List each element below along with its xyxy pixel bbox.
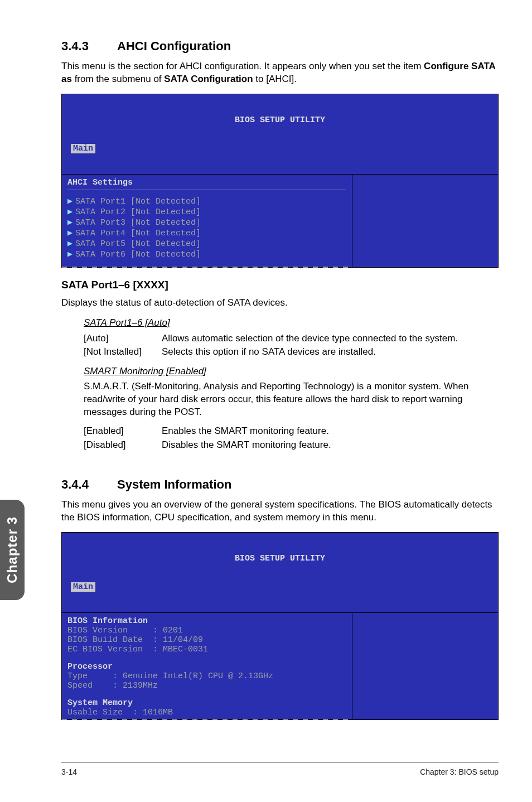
option-row: [Not Installed] Selects this option if n… [84, 345, 499, 359]
triangle-icon: ▶ [67, 228, 75, 238]
sata-heading: SATA Port1–6 [XXXX] [61, 279, 499, 291]
bios-line: EC BIOS Version : MBEC-0031 [67, 645, 346, 654]
section-title: AHCI Configuration [117, 39, 231, 53]
chapter-side-tab-label: Chapter 3 [4, 516, 20, 583]
section-3-4-4-intro: This menu gives you an overview of the g… [61, 499, 499, 524]
footer-page-number: 3-14 [61, 767, 77, 776]
bios-line: ▶SATA Port2 [Not Detected] [67, 206, 346, 217]
section-number: 3.4.3 [61, 39, 117, 54]
bios-group-heading: Processor [67, 662, 346, 671]
bios-title: BIOS SETUP UTILITY [65, 115, 495, 125]
bios-line: ▶SATA Port4 [Not Detected] [67, 228, 346, 238]
triangle-icon: ▶ [67, 217, 75, 228]
bios-group-heading: BIOS Information [67, 616, 346, 626]
option-value: Disables the SMART monitoring feature. [162, 438, 499, 452]
section-3-4-3-heading: 3.4.3AHCI Configuration [61, 39, 499, 54]
divider-dashed [62, 719, 352, 720]
section-3-4-4-heading: 3.4.4System Information [61, 477, 499, 492]
sata-sub2-title: SMART Monitoring [Enabled] [84, 366, 499, 377]
triangle-icon: ▶ [67, 238, 75, 249]
option-value: Enables the SMART monitoring feature. [162, 424, 499, 438]
footer-chapter: Chapter 3: BIOS setup [420, 767, 499, 776]
bios-line: BIOS Build Date : 11/04/09 [67, 635, 346, 645]
bios-line: ▶SATA Port3 [Not Detected] [67, 217, 346, 228]
sata-sub1-title: SATA Port1–6 [Auto] [84, 317, 499, 328]
triangle-icon: ▶ [67, 249, 75, 259]
triangle-icon: ▶ [67, 206, 75, 217]
bios-line: Speed : 2139MHz [67, 681, 346, 690]
section-title: System Information [117, 477, 231, 491]
bios-line: BIOS Version : 0201 [67, 626, 346, 635]
option-value: Allows automatic selection of the device… [162, 332, 499, 346]
chapter-side-tab: Chapter 3 [0, 500, 25, 600]
bios-sub-heading: AHCI Settings [67, 178, 346, 190]
sata-desc: Displays the status of auto-detection of… [61, 297, 499, 310]
bios-line: ▶SATA Port1 [Not Detected] [67, 196, 346, 206]
bios-group-heading: System Memory [67, 698, 346, 708]
bios-panel-sysinfo: BIOS SETUP UTILITY Main BIOS Information… [61, 532, 499, 720]
bios-tab-main: Main [71, 144, 95, 153]
option-value: Selects this option if no SATA devices a… [162, 345, 499, 359]
bios-line: Type : Genuine Intel(R) CPU @ 2.13GHz [67, 671, 346, 681]
option-key: [Disabled] [84, 438, 162, 452]
page-footer: 3-14 Chapter 3: BIOS setup [61, 762, 499, 776]
bios-title: BIOS SETUP UTILITY [65, 554, 495, 563]
bios-line: ▶SATA Port5 [Not Detected] [67, 238, 346, 249]
bios-line: Usable Size : 1016MB [67, 708, 346, 717]
bios-line: ▶SATA Port6 [Not Detected] [67, 249, 346, 259]
divider-dashed [62, 267, 352, 268]
section-number: 3.4.4 [61, 477, 117, 492]
bios-tab-main: Main [71, 582, 95, 592]
option-row: [Enabled] Enables the SMART monitoring f… [84, 424, 499, 438]
option-key: [Auto] [84, 332, 162, 346]
section-3-4-3-intro: This menu is the section for AHCI config… [61, 60, 499, 86]
option-row: [Auto] Allows automatic selection of the… [84, 332, 499, 346]
option-key: [Enabled] [84, 424, 162, 438]
option-key: [Not Installed] [84, 345, 162, 359]
triangle-icon: ▶ [67, 196, 75, 206]
smart-paragraph: S.M.A.R.T. (Self-Monitoring, Analysis an… [84, 380, 499, 419]
option-row: [Disabled] Disables the SMART monitoring… [84, 438, 499, 452]
bios-panel-ahci: BIOS SETUP UTILITY Main AHCI Settings ▶S… [61, 94, 499, 268]
